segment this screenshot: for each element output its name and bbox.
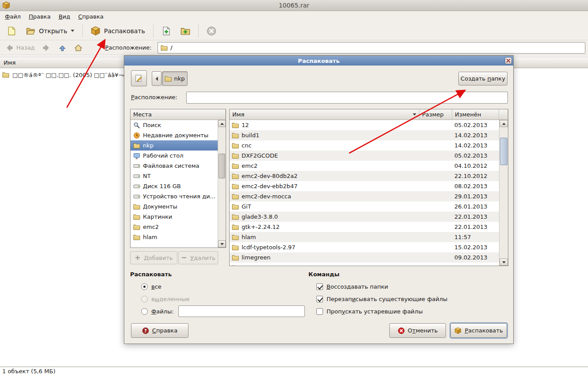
file-row[interactable]: emc2-dev-mocca29.01.2013: [230, 191, 499, 201]
name-header-label: Имя: [232, 111, 244, 118]
file-row[interactable]: DXF2GCODE05.02.2013: [230, 151, 499, 161]
new-archive-button[interactable]: [3, 23, 20, 39]
file-name: DXF2GCODE: [242, 152, 278, 159]
places-item[interactable]: Диск 116 GB: [131, 181, 218, 191]
file-row[interactable]: build114.02.2013: [230, 130, 499, 140]
radio-files-label: Файлы:: [151, 308, 174, 315]
file-row[interactable]: GiT26.01.2013: [230, 201, 499, 212]
file-row[interactable]: gtk+-2.24.1222.01.2013: [230, 222, 499, 232]
extract-confirm-button[interactable]: Распаковать: [450, 323, 507, 338]
file-modified-cell: 08.02.2013: [452, 183, 499, 189]
dialog-close-button[interactable]: [505, 57, 512, 64]
checkbox[interactable]: [316, 308, 323, 315]
places-column-header[interactable]: Места: [131, 109, 226, 120]
places-item[interactable]: hlam: [131, 232, 218, 242]
file-row[interactable]: [230, 263, 499, 266]
file-modified-cell: 29.01.2013: [452, 193, 499, 200]
dialog-titlebar[interactable]: Распаковать: [124, 56, 513, 66]
file-row[interactable]: limegreen09.02.2013: [230, 252, 499, 263]
location-entry[interactable]: [158, 42, 585, 54]
scrollbar-thumb[interactable]: [219, 154, 225, 178]
scroll-up-button[interactable]: [218, 120, 226, 127]
places-item[interactable]: Документы: [131, 201, 218, 212]
files-pattern-input[interactable]: [178, 305, 305, 317]
places-item[interactable]: Поиск: [131, 120, 218, 130]
files-scrollbar[interactable]: [499, 120, 508, 266]
home-button[interactable]: [72, 42, 85, 54]
menu-view[interactable]: Вид: [54, 11, 74, 22]
radio-all[interactable]: [141, 283, 148, 290]
scrollbar-thumb[interactable]: [500, 138, 507, 165]
extract-toolbar-button[interactable]: Распаковать: [87, 23, 149, 39]
file-name-cell: [230, 264, 419, 266]
places-item[interactable]: NT: [131, 171, 218, 181]
extract-all-option[interactable]: все: [130, 280, 305, 293]
file-row[interactable]: 1205.02.2013: [230, 120, 499, 130]
menu-edit[interactable]: Правка: [25, 11, 54, 22]
scroll-down-button[interactable]: [500, 259, 508, 266]
checkbox[interactable]: [316, 283, 323, 290]
commands-options: Воссоздавать папкиПерезаписывать существ…: [308, 280, 503, 317]
extract-icon: [91, 26, 100, 36]
help-button[interactable]: ? Справка: [131, 323, 188, 338]
add-folder-button[interactable]: [177, 23, 194, 39]
column-header-filler: [499, 109, 508, 120]
places-item-label: Устройство чтения ди...: [143, 193, 215, 200]
dialog-location-input[interactable]: [186, 92, 508, 104]
menu-help[interactable]: Справка: [74, 11, 108, 22]
up-button[interactable]: [56, 42, 69, 54]
file-row[interactable]: lcdf-typetools-2.9715.02.2013: [230, 242, 499, 252]
file-row[interactable]: glade3-3.8.022.01.2013: [230, 212, 499, 222]
column-header-modified[interactable]: Изменён: [452, 109, 499, 120]
menu-item-label: Файл: [5, 13, 21, 20]
places-item[interactable]: emc2: [131, 222, 218, 232]
create-folder-button[interactable]: Создать папку: [458, 72, 507, 85]
menu-item-label: Правка: [29, 13, 50, 20]
checkbox[interactable]: [316, 296, 323, 302]
file-row[interactable]: hlam11:57: [230, 232, 499, 242]
scroll-down-button[interactable]: [218, 240, 226, 247]
file-row[interactable]: emc2-dev-80db2a222.10.2012: [230, 171, 499, 181]
extract-files-option[interactable]: Файлы:: [130, 305, 305, 317]
file-name-cell: emc2-dev-80db2a2: [230, 173, 419, 180]
path-button-nkp[interactable]: nkp: [162, 71, 188, 86]
scroll-up-button[interactable]: [500, 120, 508, 127]
places-scrollbar[interactable]: [218, 120, 226, 247]
places-item-label: Картинки: [143, 213, 172, 220]
toolbar-separator: [82, 25, 83, 37]
path-scroll-left-button[interactable]: [152, 71, 161, 86]
size-header-label: Размер: [422, 111, 444, 118]
add-files-button[interactable]: [158, 23, 175, 39]
command-option-label: Пропускать устаревшие файлы: [327, 308, 423, 315]
places-item[interactable]: nkp: [131, 140, 218, 151]
places-item-label: NT: [143, 173, 151, 179]
file-row[interactable]: emc204.10.2012: [230, 161, 499, 171]
cancel-button[interactable]: Отменить: [389, 323, 446, 338]
menubar: ФайлПравкаВидСправка: [0, 11, 588, 22]
column-header-name[interactable]: Имя: [230, 109, 419, 120]
forward-arrow-icon: [42, 43, 51, 52]
file-name: glade3-3.8.0: [242, 213, 278, 220]
command-option[interactable]: Перезаписывать существующие файлы: [308, 293, 503, 305]
command-option[interactable]: Пропускать устаревшие файлы: [308, 305, 503, 317]
file-row[interactable]: cnc14.02.2013: [230, 140, 499, 151]
file-row[interactable]: emc2-dev-ebb2b4708.02.2013: [230, 181, 499, 191]
places-item[interactable]: Недавние документы: [131, 130, 218, 140]
places-header-label: Места: [133, 111, 152, 118]
places-item[interactable]: Рабочий стол: [131, 151, 218, 161]
places-item[interactable]: Устройство чтения ди...: [131, 191, 218, 201]
folder-icon: [232, 152, 239, 159]
column-header-size[interactable]: Размер: [419, 109, 452, 120]
command-option[interactable]: Воссоздавать папки: [308, 280, 503, 293]
folder-icon: [232, 224, 239, 231]
places-item[interactable]: Файловая система: [131, 161, 218, 171]
file-modified-cell: 22.01.2013: [452, 224, 499, 230]
type-filename-toggle[interactable]: [131, 70, 147, 86]
places-item[interactable]: Картинки: [131, 212, 218, 222]
radio-files[interactable]: [141, 308, 148, 315]
files-pane: Имя Размер Изменён 1205.02.2013build114.…: [229, 109, 508, 266]
remove-bookmark-button: Удалить: [178, 251, 218, 264]
open-button[interactable]: Открыть: [22, 23, 78, 39]
location-input[interactable]: [170, 44, 582, 51]
menu-file[interactable]: Файл: [1, 11, 25, 22]
